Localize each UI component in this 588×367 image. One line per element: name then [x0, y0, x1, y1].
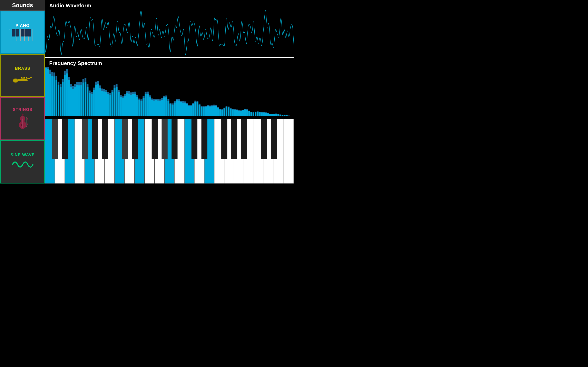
spectrum-title: Frequency Spectrum [45, 58, 294, 67]
waveform-section: Audio Waveform [45, 0, 294, 58]
brass-icon [12, 72, 33, 85]
svg-rect-7 [21, 77, 22, 78]
sidebar-item-sinewave[interactable]: SINE WAVE [0, 140, 45, 184]
svg-rect-9 [26, 77, 27, 78]
sinewave-label: SINE WAVE [10, 152, 35, 157]
svg-rect-3 [30, 77, 32, 78]
keyboard-canvas[interactable] [45, 119, 294, 184]
sidebar-title: Sounds [0, 0, 45, 11]
sidebar-item-strings[interactable]: STRINGS [0, 97, 45, 140]
piano-label: PIANO [16, 23, 29, 28]
waveform-canvas [45, 9, 294, 57]
waveform-title: Audio Waveform [45, 0, 294, 9]
sinewave-icon [11, 158, 34, 171]
svg-rect-8 [24, 77, 25, 78]
strings-icon [16, 113, 30, 130]
brass-label: BRASS [15, 66, 30, 71]
strings-label: STRINGS [13, 107, 33, 112]
piano-icon [9, 29, 36, 42]
spectrum-canvas [45, 67, 294, 116]
svg-point-15 [22, 113, 24, 116]
svg-rect-6 [26, 78, 27, 79]
svg-rect-4 [21, 78, 23, 79]
keyboard-section [45, 119, 294, 184]
svg-rect-5 [23, 78, 25, 79]
sidebar-item-piano[interactable]: PIANO [0, 11, 45, 54]
svg-rect-1 [15, 79, 27, 81]
spectrum-section: Frequency Spectrum [45, 58, 294, 119]
main-content: Audio Waveform Frequency Spectrum [45, 0, 294, 184]
sidebar-item-brass[interactable]: BRASS [0, 54, 45, 97]
sidebar: Sounds PIANO BRASS [0, 0, 45, 184]
